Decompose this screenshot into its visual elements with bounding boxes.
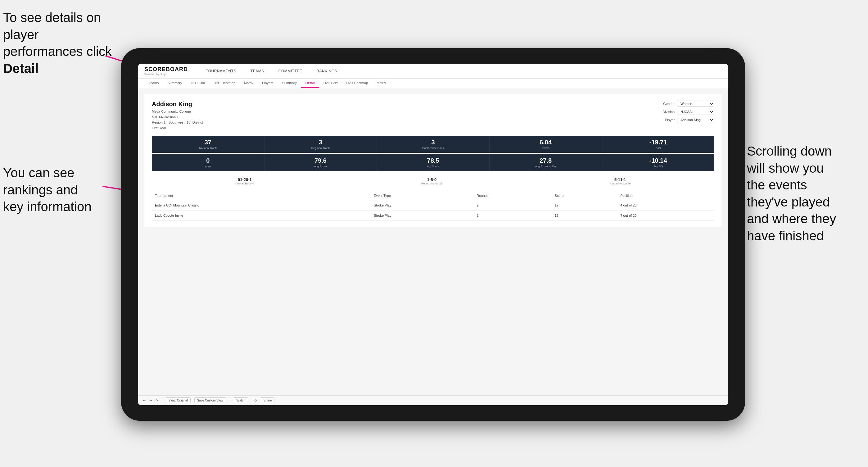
table-row[interactable]: Estella CC- Mountain Classic Stroke Play… [152, 200, 714, 211]
player-filters: Gender Women Division NJCAA I [662, 101, 714, 123]
filter-gender: Gender Women [663, 101, 714, 107]
nav-committee[interactable]: COMMITTEE [276, 68, 305, 74]
stat-value-conference: 3 [379, 139, 487, 146]
toolbar-share-icon: ⬡ [254, 399, 257, 402]
stat-label-sos: SoS [604, 147, 712, 150]
nav-teams[interactable]: TEAMS [248, 68, 267, 74]
stat-national-rank: 37 National Rank [152, 136, 265, 153]
record-top25-label: Record vs top 25 [421, 182, 442, 185]
watch-button[interactable]: Watch [234, 398, 248, 403]
cell-position: 7 out of 20 [617, 211, 714, 221]
subnav-summary[interactable]: Summary [163, 79, 186, 88]
player-select[interactable]: Addison King [677, 117, 714, 123]
subnav-h2h-grid2[interactable]: H2H Grid [319, 79, 342, 88]
tablet-screen: SCOREBOARD Powered by clippd TOURNAMENTS… [138, 64, 728, 405]
toolbar-undo-icon[interactable]: ↩ [143, 399, 146, 402]
share-button[interactable]: Share [261, 398, 275, 403]
nav-tournaments[interactable]: TOURNAMENTS [203, 68, 239, 74]
toolbar-refresh-icon[interactable]: ⟳ [156, 399, 158, 402]
save-custom-view-button[interactable]: Save Custom View [194, 398, 226, 403]
stat-points: 6.04 Points [490, 136, 602, 153]
stat-wins: 0 Wins [152, 154, 265, 171]
view-original-button[interactable]: View: Original [166, 398, 191, 403]
stat-regional-rank: 3 Regional Rank [265, 136, 377, 153]
nav-rankings[interactable]: RANKINGS [314, 68, 340, 74]
stats-row1: 37 National Rank 3 Regional Rank 3 Confe… [152, 136, 714, 153]
division-label: Division [662, 110, 675, 114]
stat-value-adj-score: 78.5 [379, 157, 487, 164]
stat-adj-score: 78.5 Adj Score [377, 154, 490, 171]
cell-score: 16 [552, 211, 617, 221]
stat-sos: -19.71 SoS [602, 136, 714, 153]
stat-value-avg-par: 27.8 [492, 157, 599, 164]
sub-nav: Teams Summary H2H Grid H2H Heatmap Matri… [138, 79, 728, 88]
subnav-summary2[interactable]: Summary [278, 79, 301, 88]
record-top25-value: 1-5-0 [421, 177, 442, 182]
cell-event-type: Stroke Play [371, 200, 473, 211]
subnav-matrix2[interactable]: Matrix [372, 79, 390, 88]
stat-label-wins: Wins [154, 165, 262, 168]
player-label: Player [665, 118, 675, 122]
cell-tournament: Estella CC- Mountain Classic [152, 200, 371, 211]
stat-label-adj-score: Adj Score [379, 165, 487, 168]
stats-row2: 0 Wins 79.6 Avg Score 78.5 Adj Score 27.… [152, 154, 714, 171]
annotation-right: Scrolling down will show you the events … [747, 143, 865, 245]
gender-select[interactable]: Women [677, 101, 714, 107]
records-row: 91-20-1 Overall Record 1-5-0 Record vs t… [152, 176, 714, 186]
toolbar-sep1 [162, 398, 162, 403]
col-score: Score [552, 191, 617, 200]
subnav-players[interactable]: Players [258, 79, 278, 88]
player-info: Addison King Mesa Community College NJCA… [152, 101, 203, 131]
record-overall: 91-20-1 Overall Record [235, 177, 254, 185]
cell-rounds: 2 [473, 211, 551, 221]
annotation-top-left: To see details on player performances cl… [3, 9, 121, 77]
stat-value-avg-sg: -10.14 [604, 157, 712, 164]
tablet-frame: SCOREBOARD Powered by clippd TOURNAMENTS… [121, 48, 745, 421]
cell-rounds: 2 [473, 200, 551, 211]
stat-label-points: Points [492, 147, 599, 150]
division-select[interactable]: NJCAA I [677, 109, 714, 115]
cell-position: 4 out of 20 [617, 200, 714, 211]
stat-value-avg-score: 79.6 [267, 157, 374, 164]
record-top50-value: 5-11-1 [610, 177, 631, 182]
stat-value-national: 37 [154, 139, 262, 146]
record-overall-label: Overall Record [235, 182, 254, 185]
stat-value-wins: 0 [154, 157, 262, 164]
stat-value-points: 6.04 [492, 139, 599, 146]
player-school: Mesa Community College [152, 109, 203, 115]
table-row[interactable]: Lady Coyote Invite Stroke Play 2 16 7 ou… [152, 211, 714, 221]
stat-label-national: National Rank [154, 147, 262, 150]
player-year: First Year [152, 125, 203, 131]
logo-area: SCOREBOARD Powered by clippd [144, 66, 188, 76]
player-division: NJCAA Division 1 [152, 115, 203, 120]
stat-label-avg-sg: Avg SG [604, 165, 712, 168]
toolbar-redo-icon[interactable]: ↪ [149, 399, 152, 402]
record-top50-label: Record vs top 50 [610, 182, 631, 185]
col-position: Position [617, 191, 714, 200]
subnav-h2h-grid[interactable]: H2H Grid [186, 79, 209, 88]
stat-value-regional: 3 [267, 139, 374, 146]
subnav-h2h-heatmap[interactable]: H2H Heatmap [209, 79, 240, 88]
top-nav: SCOREBOARD Powered by clippd TOURNAMENTS… [138, 64, 728, 79]
record-top25: 1-5-0 Record vs top 25 [421, 177, 442, 185]
stat-label-regional: Regional Rank [267, 147, 374, 150]
stat-conference-rank: 3 Conference Rank [377, 136, 490, 153]
content-area[interactable]: Addison King Mesa Community College NJCA… [138, 88, 728, 395]
subnav-detail[interactable]: Detail [301, 79, 319, 88]
cell-score: 17 [552, 200, 617, 211]
toolbar-sep2 [230, 398, 230, 403]
bottom-toolbar: ↩ ↪ ⟳ View: Original Save Custom View Wa… [138, 395, 728, 405]
record-top50: 5-11-1 Record vs top 50 [610, 177, 631, 185]
subnav-teams[interactable]: Teams [144, 79, 163, 88]
subnav-h2h-heatmap2[interactable]: H2H Heatmap [342, 79, 373, 88]
filter-player: Player Addison King [665, 117, 714, 123]
stat-label-avg-score: Avg Score [267, 165, 374, 168]
subnav-matrix[interactable]: Matrix [240, 79, 258, 88]
col-event-type: Event Type [371, 191, 473, 200]
stat-avg-sg: -10.14 Avg SG [602, 154, 714, 171]
logo-text: SCOREBOARD [144, 66, 188, 73]
stat-avg-par: 27.8 Avg Score to Par [490, 154, 602, 171]
gender-label: Gender [663, 102, 675, 105]
filter-division: Division NJCAA I [662, 109, 714, 115]
record-overall-value: 91-20-1 [235, 177, 254, 182]
